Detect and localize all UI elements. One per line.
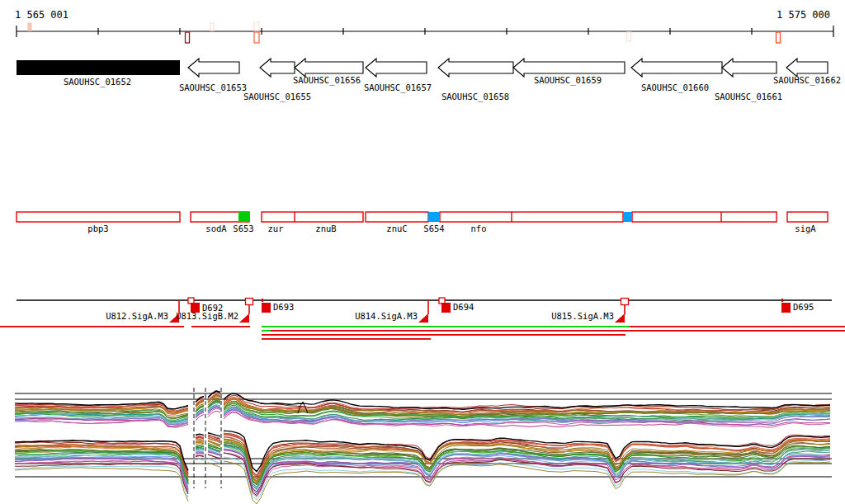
gene-label: SAOUHSC_01658: [441, 92, 509, 102]
gene-label: SAOUHSC_01653: [179, 82, 247, 93]
ruler-variant-mark: [777, 32, 781, 43]
coverage-line: [191, 326, 250, 327]
feature-label: nfo: [471, 224, 487, 233]
profile-trace: [196, 434, 204, 435]
u-marker-flag[interactable]: [418, 313, 428, 323]
ruler-variant-mark: [627, 32, 631, 41]
gene-glyph[interactable]: [513, 59, 625, 77]
coverage-line: [271, 330, 845, 332]
feature-label: znuC: [386, 224, 407, 233]
gene-glyph[interactable]: [188, 59, 239, 77]
gene-glyph[interactable]: [366, 59, 427, 77]
profile-trace: [196, 444, 204, 445]
genome-browser-view: 1 565 001 1 575 000 SAOUHSC_01652SAOUHSC…: [0, 0, 845, 504]
gene-glyph[interactable]: [295, 59, 363, 77]
ruler-variant-mark: [210, 23, 214, 31]
d-marker-label: D694: [453, 302, 474, 312]
profile-trace: [208, 459, 220, 463]
profile-trace: [196, 455, 204, 455]
d-marker-top-square: [188, 298, 194, 304]
d-marker-label: D695: [793, 302, 814, 312]
u-marker-top-square: [621, 299, 629, 305]
d-marker-flag[interactable]: [441, 303, 451, 313]
u-marker-top-square: [246, 299, 253, 305]
gene-label: SAOUHSC_01656: [293, 75, 361, 86]
profile-trace: [196, 459, 204, 461]
feature-label: znuB: [315, 224, 336, 233]
site-marker[interactable]: [428, 212, 439, 222]
u-marker-flag[interactable]: [239, 313, 249, 323]
u-marker-label: U814.SigA.M3: [355, 311, 418, 321]
feature-label: pbp3: [87, 224, 108, 233]
coverage-line: [262, 334, 625, 336]
feature-box[interactable]: [262, 212, 363, 222]
d-marker-flag[interactable]: [262, 303, 271, 313]
coverage-line: [262, 330, 271, 332]
gene-label: SAOUHSC_01652: [64, 77, 131, 87]
gene-label: SAOUHSC_01661: [715, 92, 782, 102]
gene-label: SAOUHSC_01657: [364, 82, 432, 93]
feature-box[interactable]: [787, 212, 828, 222]
d-marker-label: D692: [202, 303, 223, 313]
profile-trace: [224, 393, 830, 412]
u-marker-flag[interactable]: [615, 313, 625, 323]
u-marker-label: U815.SigA.M3: [551, 311, 614, 321]
feature-box[interactable]: [366, 212, 428, 222]
d-marker-flag[interactable]: [191, 303, 200, 313]
gene-glyph[interactable]: [722, 59, 777, 77]
d-marker-flag[interactable]: [781, 303, 791, 313]
d-marker-label: D693: [273, 302, 294, 312]
feature-label: sigA: [795, 224, 816, 233]
ruler-variant-mark: [186, 32, 190, 43]
feature-label: zur: [268, 224, 284, 233]
d-marker-top-square: [439, 298, 445, 304]
feature-box[interactable]: [632, 212, 777, 222]
gene-label: SAOUHSC_01662: [773, 75, 841, 86]
coverage-line: [0, 326, 184, 327]
gene-label: SAOUHSC_01660: [641, 82, 709, 93]
ruler-variant-mark: [28, 23, 31, 31]
coverage-line: [630, 326, 845, 327]
gene-glyph[interactable]: [786, 59, 828, 77]
u-marker-label: U812.SigA.M3: [106, 311, 168, 321]
gene-glyph[interactable]: [631, 59, 722, 77]
gene-label: SAOUHSC_01655: [243, 92, 311, 102]
site-marker[interactable]: [238, 212, 249, 222]
feature-box[interactable]: [17, 212, 180, 222]
site-label: S653: [233, 224, 253, 233]
coverage-line: [262, 326, 630, 327]
gene-glyph[interactable]: [260, 59, 295, 77]
feature-box[interactable]: [440, 212, 623, 222]
site-label: S654: [423, 224, 444, 233]
site-marker[interactable]: [624, 212, 632, 222]
coverage-line: [262, 338, 431, 340]
feature-label: sodA: [205, 224, 227, 233]
tracks-scene: SAOUHSC_01652SAOUHSC_01653SAOUHSC_01655S…: [0, 0, 845, 504]
gene-glyph[interactable]: [17, 60, 180, 75]
gene-glyph[interactable]: [438, 59, 513, 77]
gene-label: SAOUHSC_01659: [534, 75, 602, 86]
ruler-variant-mark: [254, 22, 259, 31]
profile-trace: [15, 468, 188, 502]
ruler-variant-mark: [254, 32, 259, 43]
